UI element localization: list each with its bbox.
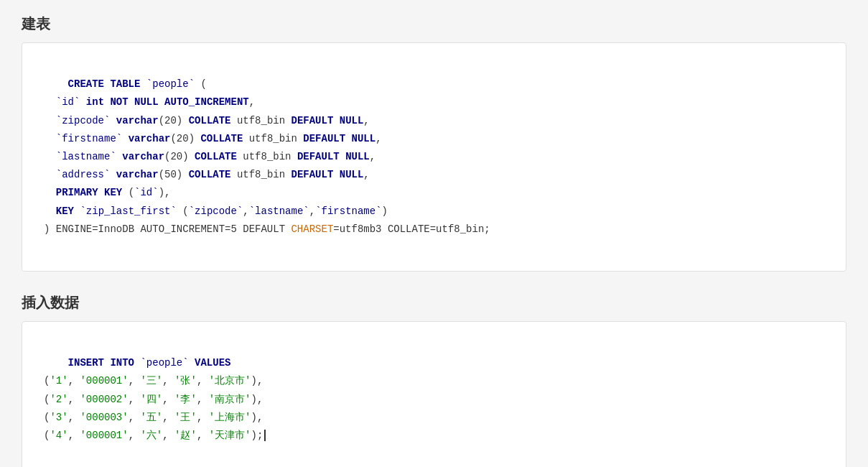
insert-data-code: INSERT INTO `people` VALUES ('1', '00000… [22, 321, 846, 467]
section-create-table: 建表 CREATE TABLE `people` ( `id` int NOT … [22, 14, 846, 272]
create-table-code: CREATE TABLE `people` ( `id` int NOT NUL… [22, 42, 846, 272]
section-insert-data: 插入数据 INSERT INTO `people` VALUES ('1', '… [22, 293, 846, 467]
section-title-insert: 插入数据 [22, 293, 846, 313]
section-title-create: 建表 [22, 14, 846, 34]
